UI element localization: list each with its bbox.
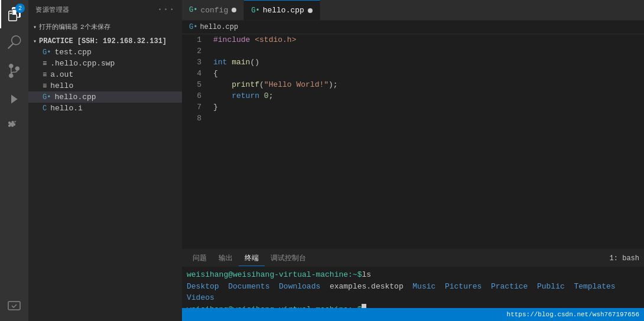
terminal-prompt-1: weisihang@weisihang-virtual-machine:~$ bbox=[187, 269, 362, 281]
tab-config-label: config bbox=[200, 6, 228, 15]
svg-rect-0 bbox=[8, 302, 20, 310]
file-item-hello-i[interactable]: C hello.i bbox=[28, 103, 182, 114]
file-name-hello: hello bbox=[50, 81, 73, 90]
open-editors-arrow: ▾ bbox=[33, 24, 37, 31]
open-editors-header[interactable]: ▾ 打开的编辑器 2个未保存 bbox=[28, 21, 182, 32]
terminal-line-3: weisihang@weisihang-virtual-machine:~$ bbox=[187, 304, 639, 309]
sidebar-title: 资源管理器 bbox=[35, 5, 70, 14]
panel-tab-debug[interactable]: 调试控制台 bbox=[265, 251, 312, 266]
code-line-8 bbox=[213, 113, 644, 124]
term-item-desktop: Desktop bbox=[187, 281, 228, 293]
editor-code[interactable]: 1 2 3 4 5 6 7 8 #include <stdio.h> int m… bbox=[182, 34, 644, 249]
line-num-8: 8 bbox=[182, 113, 209, 124]
terminal-line-2: Desktop Documents Downloads examples.des… bbox=[187, 281, 639, 304]
term-item-videos: Videos bbox=[187, 292, 214, 304]
term-item-templates: Templates bbox=[574, 281, 625, 293]
term-item-downloads: Downloads bbox=[279, 281, 330, 293]
terminal-cursor bbox=[362, 304, 366, 309]
file-name-aout: a.out bbox=[50, 70, 73, 79]
file-name-hellocpp: hello.cpp bbox=[54, 93, 96, 101]
breadcrumb-path: hello.cpp bbox=[200, 23, 238, 31]
sidebar-header: 资源管理器 ··· bbox=[28, 0, 182, 19]
file-name-swp: .hello.cpp.swp bbox=[50, 59, 115, 68]
line-num-7: 7 bbox=[182, 101, 209, 113]
term-item-public: Public bbox=[537, 281, 574, 293]
status-bar: https://blog.csdn.net/wsh767197656 bbox=[182, 308, 644, 321]
line-num-6: 6 bbox=[182, 90, 209, 101]
tab-bar: G• config G• hello.cpp bbox=[182, 0, 644, 21]
line-num-1: 1 bbox=[182, 34, 209, 45]
files-activity-icon[interactable]: 2 bbox=[0, 0, 28, 28]
editor-area: G• hello.cpp 1 2 3 4 5 6 7 8 #include <s… bbox=[182, 21, 644, 249]
files-badge: 2 bbox=[15, 4, 25, 13]
line-numbers: 1 2 3 4 5 6 7 8 bbox=[182, 34, 209, 249]
file-icon-helloi: C bbox=[43, 104, 47, 113]
panel-content[interactable]: weisihang@weisihang-virtual-machine:~$ l… bbox=[182, 267, 644, 308]
file-item-a-out[interactable]: ≡ a.out bbox=[28, 69, 182, 80]
activity-bar: 2 bbox=[0, 0, 28, 321]
tab-hellocpp-modified bbox=[308, 8, 313, 13]
sidebar: 资源管理器 ··· ▾ 打开的编辑器 2个未保存 ▾ PRACTICE [SSH… bbox=[28, 0, 182, 321]
code-line-5: printf("Hello World!"); bbox=[213, 79, 644, 90]
code-content[interactable]: #include <stdio.h> int main() { printf("… bbox=[209, 34, 644, 249]
explorer-section: ▾ PRACTICE [SSH: 192.168.32.131] G• test… bbox=[28, 35, 182, 115]
file-item-test-cpp[interactable]: G• test.cpp bbox=[28, 47, 182, 58]
open-editors-section: ▾ 打开的编辑器 2个未保存 bbox=[28, 19, 182, 35]
line-num-5: 5 bbox=[182, 79, 209, 90]
panel-tab-terminal[interactable]: 终端 bbox=[239, 251, 265, 266]
explorer-folder-header[interactable]: ▾ PRACTICE [SSH: 192.168.32.131] bbox=[28, 36, 182, 47]
line-num-3: 3 bbox=[182, 57, 209, 68]
file-icon-cpp: G• bbox=[43, 48, 51, 57]
code-line-4: { bbox=[213, 68, 644, 79]
terminal-cmd-1: ls bbox=[362, 269, 371, 281]
file-icon-swp: ≡ bbox=[43, 60, 47, 68]
tab-config-modified bbox=[232, 8, 236, 12]
term-item-music: Music bbox=[412, 281, 445, 293]
panel-tab-output[interactable]: 输出 bbox=[213, 251, 239, 266]
line-num-2: 2 bbox=[182, 45, 209, 57]
terminal-line-1: weisihang@weisihang-virtual-machine:~$ l… bbox=[187, 269, 639, 281]
code-line-6: return 0; bbox=[213, 90, 644, 101]
term-item-examples: examples.desktop bbox=[330, 281, 412, 293]
file-item-hello-cpp[interactable]: G• hello.cpp bbox=[28, 91, 182, 103]
code-line-1: #include <stdio.h> bbox=[213, 34, 644, 45]
code-line-3: int main() bbox=[213, 57, 644, 68]
file-name-test-cpp: test.cpp bbox=[54, 48, 91, 57]
folder-name: PRACTICE [SSH: 192.168.32.131] bbox=[39, 37, 167, 45]
breadcrumb-icon: G• bbox=[189, 23, 197, 31]
tab-config-icon: G• bbox=[189, 6, 197, 14]
file-icon-hello: ≡ bbox=[43, 82, 47, 90]
term-item-practice: Practice bbox=[491, 281, 537, 293]
terminal-prompt-2: weisihang@weisihang-virtual-machine:~$ bbox=[187, 304, 362, 309]
panel-area: 问题 输出 终端 调试控制台 1: bash weisihang@weisiha… bbox=[182, 249, 644, 308]
status-bar-right: https://blog.csdn.net/wsh767197656 bbox=[507, 311, 639, 318]
source-control-activity-icon[interactable] bbox=[0, 57, 28, 85]
panel-bash-label: 1: bash bbox=[610, 254, 639, 263]
tab-hellocpp-icon: G• bbox=[251, 6, 259, 15]
sidebar-more-button[interactable]: ··· bbox=[157, 5, 175, 14]
folder-arrow: ▾ bbox=[33, 38, 37, 45]
extensions-activity-icon[interactable] bbox=[0, 113, 28, 142]
file-item-hello[interactable]: ≡ hello bbox=[28, 80, 182, 91]
tab-config[interactable]: G• config bbox=[182, 0, 244, 20]
tab-hello-cpp[interactable]: G• hello.cpp bbox=[244, 0, 320, 20]
remote-activity-icon[interactable] bbox=[0, 293, 28, 321]
line-num-4: 4 bbox=[182, 68, 209, 79]
file-name-helloi: hello.i bbox=[50, 104, 83, 113]
unsaved-badge: 2个未保存 bbox=[80, 22, 110, 31]
file-item-hello-cpp-swp[interactable]: ≡ .hello.cpp.swp bbox=[28, 58, 182, 69]
code-line-2 bbox=[213, 45, 644, 57]
tab-hellocpp-label: hello.cpp bbox=[263, 6, 304, 15]
open-editors-label: 打开的编辑器 bbox=[39, 22, 78, 31]
panel-tabs-left: 问题 输出 终端 调试控制台 bbox=[187, 251, 312, 266]
panel-tab-problems[interactable]: 问题 bbox=[187, 251, 213, 266]
search-activity-icon[interactable] bbox=[0, 28, 28, 57]
editor-breadcrumb: G• hello.cpp bbox=[182, 21, 644, 34]
term-item-pictures: Pictures bbox=[445, 281, 491, 293]
term-item-documents: Documents bbox=[228, 281, 279, 293]
file-icon-aout: ≡ bbox=[43, 71, 47, 79]
run-activity-icon[interactable] bbox=[0, 85, 28, 113]
main-content: G• config G• hello.cpp G• hello.cpp 1 2 … bbox=[182, 0, 644, 321]
panel-tabs: 问题 输出 终端 调试控制台 1: bash bbox=[182, 250, 644, 267]
code-line-7: } bbox=[213, 101, 644, 113]
